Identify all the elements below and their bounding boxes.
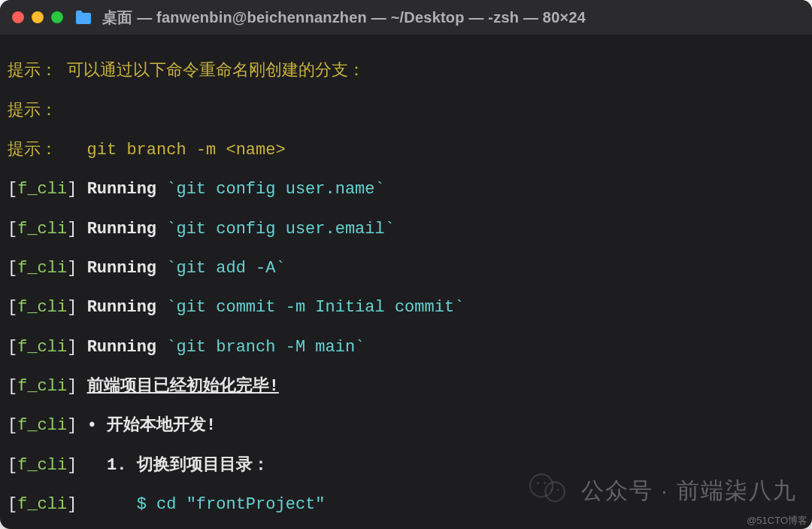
cmd: git branch -M main [176, 338, 355, 357]
terminal-window: 桌面 — fanwenbin@beichennanzhen — ~/Deskto… [0, 0, 812, 529]
cli-tag: f_cli [17, 180, 67, 199]
running-label: Running [87, 259, 156, 278]
close-icon[interactable] [12, 11, 24, 23]
terminal-output[interactable]: 提示： 可以通过以下命令重命名刚创建的分支： 提示： 提示： git branc… [0, 35, 812, 529]
step-cmd: $ cd "frontProject" [137, 495, 326, 514]
hint-prefix: 提示： [8, 102, 57, 120]
running-label: Running [87, 298, 156, 317]
cmd: git commit -m Initial commit [176, 298, 454, 317]
cmd: git add -A [176, 259, 275, 278]
hint-prefix: 提示： [8, 141, 57, 160]
cmd: git config user.email [176, 220, 384, 239]
running-label: Running [87, 180, 156, 199]
bullet: • [87, 416, 97, 435]
folder-icon [75, 11, 92, 24]
cmd: git config user.name [176, 180, 374, 199]
cli-tag: f_cli [17, 220, 67, 239]
cli-tag: f_cli [17, 456, 67, 475]
hint-prefix: 提示： [8, 62, 57, 81]
minimize-icon[interactable] [32, 11, 44, 23]
maximize-icon[interactable] [51, 11, 63, 23]
init-done: 前端项目已经初始化完毕! [87, 377, 279, 396]
start-dev: 开始本地开发! [97, 416, 216, 435]
hint-cmd: git branch -m <name> [87, 141, 286, 160]
cli-tag: f_cli [17, 416, 67, 435]
step-label: 1. 切换到项目目录： [107, 456, 269, 475]
cli-tag: f_cli [17, 259, 67, 278]
cli-tag: f_cli [17, 338, 67, 357]
traffic-lights [12, 11, 63, 23]
hint-text: 可以通过以下命令重命名刚创建的分支： [67, 62, 365, 81]
cli-tag: f_cli [17, 495, 67, 514]
running-label: Running [87, 338, 156, 357]
window-title: 桌面 — fanwenbin@beichennanzhen — ~/Deskto… [102, 8, 586, 28]
cli-tag: f_cli [17, 298, 67, 317]
cli-tag: f_cli [17, 377, 67, 396]
running-label: Running [87, 220, 156, 239]
titlebar: 桌面 — fanwenbin@beichennanzhen — ~/Deskto… [0, 0, 812, 35]
